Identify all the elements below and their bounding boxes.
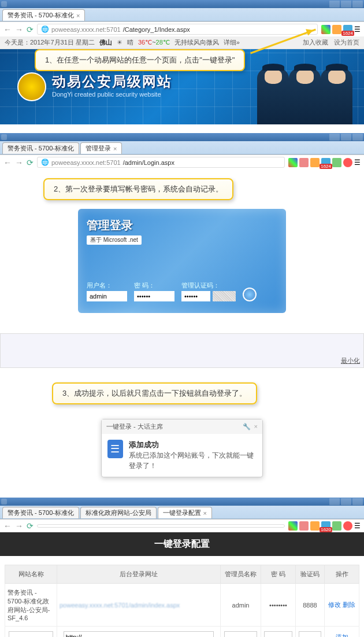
ext-icon[interactable] [310, 158, 320, 167]
window-titlebar [0, 0, 364, 8]
step3-callout: 3、成功提示，以后就只需点击一下按钮就自动登录了。 [52, 382, 257, 404]
browser-tab[interactable]: 一键登录配置× [158, 507, 212, 518]
toast-message: 系统已添加这个网站账号，下次就能一键登录了！ [129, 450, 257, 471]
col-captcha: 验证码 [296, 565, 325, 584]
city-label: 佛山 [99, 38, 112, 47]
admin-login-panel: 管理登录 基于 Microsoft .net 用户名： 密 码： 管理认证码： [78, 209, 286, 313]
cell-admin: admin [221, 584, 261, 627]
site-title-en: DongYi created public security website [52, 91, 172, 98]
new-admin-input[interactable] [224, 631, 258, 637]
login-title: 管理登录 [87, 218, 277, 233]
ext-icon[interactable] [343, 521, 352, 531]
delete-link[interactable]: 删除 [343, 601, 355, 608]
back-icon[interactable]: ← [3, 25, 12, 34]
menu-icon[interactable]: ☰ [354, 522, 361, 530]
close-window[interactable] [352, 1, 363, 8]
ext-icon[interactable] [310, 521, 320, 531]
ext-icon[interactable] [332, 521, 341, 531]
minimize-window[interactable] [329, 1, 340, 8]
captcha-label: 管理认证码： [181, 281, 236, 290]
reload-icon[interactable]: ⟳ [27, 25, 34, 34]
ext-icon[interactable] [288, 521, 298, 531]
username-input[interactable] [87, 291, 127, 301]
close-tab-icon[interactable]: × [203, 510, 207, 517]
weather-icon: ☀ [117, 39, 122, 46]
ext-icon-badge[interactable] [321, 158, 330, 167]
ext-icon-badge[interactable] [321, 521, 330, 531]
cell-captcha: 8888 [296, 584, 325, 627]
site-title-cn: 动易公安局级网站 [52, 72, 172, 91]
onekey-login-icon[interactable] [332, 25, 341, 34]
close-tab-icon[interactable]: × [76, 12, 80, 19]
captcha-image[interactable] [213, 291, 236, 301]
add-favorite-link[interactable]: 加入收藏 [303, 38, 328, 47]
add-link[interactable]: 添加 [336, 634, 348, 638]
address-bar[interactable]: 🌐 poweeasy.xxxx.net:5701/Category_1/Inde… [37, 24, 318, 35]
browser-tab[interactable]: 警务资讯 - 5700-标准化 [2, 507, 79, 518]
col-sitename: 网站名称 [5, 565, 57, 584]
app-icon: ☰ [107, 440, 123, 458]
url-path: /Category_1/Index.aspx [123, 26, 190, 33]
admin-url-link[interactable]: poweeasy.xxxx.net:5701/admin/index.aspx [60, 602, 180, 609]
edit-link[interactable]: 修改 [328, 601, 341, 608]
close-tab-icon[interactable]: × [113, 145, 117, 152]
new-name-input[interactable] [9, 631, 53, 637]
col-url: 后台登录网址 [57, 565, 221, 584]
password-input[interactable] [134, 291, 174, 301]
weather-text: 晴 [127, 38, 133, 47]
wind-text: 无持续风向微风 [174, 38, 219, 47]
ext-icon[interactable] [299, 521, 309, 531]
back-icon[interactable]: ← [3, 521, 12, 531]
browser-tab[interactable]: 管理登录× [80, 142, 122, 154]
menu-icon[interactable]: ☰ [354, 159, 361, 167]
address-bar[interactable]: 🌐 poweeasy.xxxx.net:5701/admin/Login.asp… [37, 157, 285, 168]
captcha-input[interactable] [181, 291, 210, 301]
submit-login-button[interactable] [243, 288, 257, 301]
wrench-icon[interactable]: 🔧 [243, 423, 251, 430]
forward-icon: → [15, 521, 23, 531]
reload-icon[interactable]: ⟳ [27, 521, 34, 531]
browser-tab[interactable]: 警务资讯 - 5700-标准化 [2, 142, 79, 154]
maximize-window[interactable] [341, 1, 351, 8]
table-row: 警务资讯 - 5700-标准化政府网站-公安局-SF_4.6 poweeasy.… [5, 584, 359, 627]
address-bar[interactable] [37, 524, 285, 528]
close-icon[interactable]: × [254, 423, 258, 430]
back-icon[interactable]: ← [3, 158, 12, 167]
cell-pwd: •••••••• [261, 584, 296, 627]
username-label: 用户名： [87, 281, 127, 290]
window-titlebar [0, 133, 364, 141]
step2-callout: 2、第一次登录要填写帐号密码，系统会自动记录。 [43, 178, 233, 200]
browser-tab[interactable]: 警务资讯 - 5700-标准化 × [2, 9, 85, 21]
cell-sitename: 警务资讯 - 5700-标准化政府网站-公安局-SF_4.6 [5, 584, 57, 627]
reload-icon[interactable]: ⟳ [27, 158, 34, 167]
forward-icon: → [15, 25, 23, 34]
set-homepage-link[interactable]: 设为首页 [334, 38, 359, 47]
menu-icon[interactable]: ☰ [354, 25, 361, 34]
detail-link[interactable]: 详细» [224, 38, 240, 47]
panel-chrome: 最小化 [0, 333, 364, 368]
toast-heading: 添加成功 [129, 440, 257, 450]
temp-high: 36℃ [138, 39, 152, 46]
ext-icon[interactable] [321, 25, 330, 34]
browser-tab[interactable]: 标准化政府网站-公安局 [80, 507, 157, 518]
ext-icon[interactable] [299, 158, 309, 167]
new-pwd-input[interactable] [264, 631, 292, 637]
globe-icon: 🌐 [41, 25, 49, 33]
password-label: 密 码： [134, 281, 174, 290]
temp-low: 28℃ [156, 39, 170, 46]
new-captcha-input[interactable] [299, 631, 321, 637]
config-table: 网站名称 后台登录网址 管理员名称 密 码 验证码 操作 警务资讯 - 5700… [5, 565, 359, 637]
ext-icon[interactable] [343, 158, 352, 167]
ext-icon-badge[interactable] [343, 25, 352, 34]
config-page-title: 一键登录配置 [0, 532, 364, 556]
ext-icon[interactable] [288, 158, 298, 167]
tab-title: 警务资讯 - 5700-标准化 [8, 11, 74, 20]
minimize-link[interactable]: 最小化 [341, 356, 360, 365]
police-badge-icon [17, 72, 46, 101]
globe-icon: 🌐 [41, 159, 49, 166]
officer-figure [321, 67, 352, 124]
ext-icon[interactable] [332, 158, 341, 167]
info-bar: 今天是：2012年7月31日 星期二 佛山 ☀ 晴 36℃~28℃ 无持续风向微… [0, 36, 364, 49]
new-url-input[interactable] [64, 631, 214, 637]
url-host: poweeasy.xxxx.net:5701 [51, 26, 121, 33]
